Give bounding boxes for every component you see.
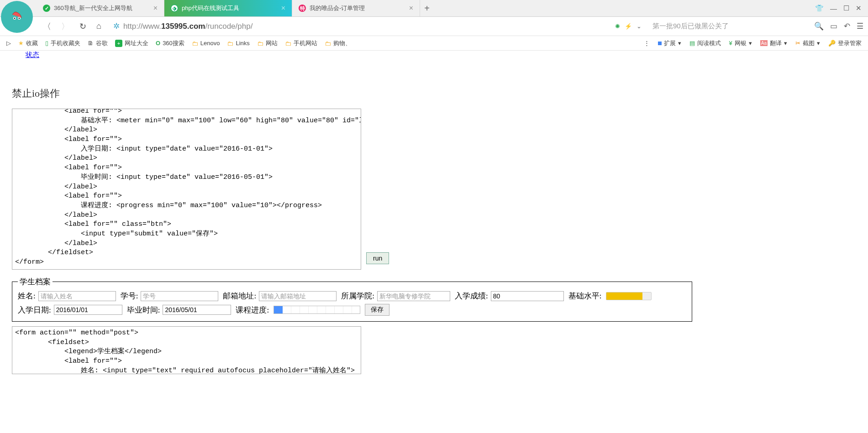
run-button[interactable]: run bbox=[366, 252, 389, 264]
bank-icon: ¥ bbox=[729, 40, 732, 47]
menu-icon[interactable]: ☰ bbox=[857, 21, 863, 31]
screenshot-button[interactable]: ✂截图 ▾ bbox=[793, 38, 823, 48]
forward-icon[interactable]: 〉 bbox=[59, 19, 71, 34]
bm-lenovo[interactable]: 🗀Lenovo bbox=[189, 39, 223, 48]
aperture-icon[interactable]: ✺ bbox=[615, 23, 620, 30]
svg-point-3 bbox=[14, 18, 16, 19]
read-mode-button[interactable]: ▤阅读模式 bbox=[687, 38, 724, 48]
doc-icon: 🗎 bbox=[88, 40, 94, 47]
tab-bar: ✓ 360导航_新一代安全上网导航 × ⬗ php代码在线测试工具 × 特 我的… bbox=[0, 0, 868, 17]
tab-label: php代码在线测试工具 bbox=[182, 4, 239, 12]
email-field: 邮箱地址: bbox=[223, 291, 337, 301]
date1-field: 入学日期: bbox=[18, 305, 122, 315]
date1-input[interactable] bbox=[54, 305, 122, 315]
tab-label: 我的唯品会-订单管理 bbox=[310, 4, 365, 12]
folder-icon: 🗀 bbox=[227, 40, 233, 47]
tab-icon-te: 特 bbox=[299, 5, 306, 12]
address-bar: 〈 〉 ↻ ⌂ ✲ http://www.135995.com/runcode/… bbox=[0, 17, 868, 36]
bm-google[interactable]: 🗎谷歌 bbox=[85, 38, 110, 48]
bm-separator: ⋮ bbox=[641, 39, 652, 47]
svg-point-0 bbox=[6, 6, 28, 28]
key-icon: 🔑 bbox=[828, 40, 836, 47]
page-heading: 禁止io操作 bbox=[12, 87, 856, 100]
ext-button[interactable]: 扩展 ▾ bbox=[655, 38, 684, 48]
star-icon: ★ bbox=[18, 40, 24, 47]
save-button[interactable]: 保存 bbox=[365, 304, 389, 316]
code-output-bottom[interactable]: <form action="" method="post"> <fieldset… bbox=[12, 326, 361, 374]
bm-mobile[interactable]: ▯手机收藏夹 bbox=[42, 38, 83, 48]
close-icon[interactable]: × bbox=[281, 4, 285, 12]
level-field: 基础水平: bbox=[568, 291, 602, 301]
score-field: 入学成绩: bbox=[455, 291, 564, 301]
svg-point-4 bbox=[19, 18, 20, 19]
id-input[interactable] bbox=[141, 291, 218, 301]
translate-icon: Aa bbox=[760, 40, 768, 46]
minimize-icon[interactable]: — bbox=[830, 5, 837, 12]
back-icon[interactable]: 〈 bbox=[41, 19, 53, 34]
code-editor-top[interactable] bbox=[12, 109, 361, 270]
login-manager-button[interactable]: 🔑登录管家 bbox=[826, 38, 864, 48]
folder-icon: 🗀 bbox=[257, 40, 263, 47]
folder-icon: 🗀 bbox=[285, 40, 291, 47]
search-hint[interactable]: 第一批90后已做黑公关了 bbox=[648, 22, 808, 31]
bm-favorites[interactable]: ★收藏 bbox=[16, 38, 41, 48]
o-icon: O bbox=[156, 40, 160, 47]
tab-label: 360导航_新一代安全上网导航 bbox=[54, 4, 132, 12]
chevron-down-icon[interactable]: ⌄ bbox=[637, 23, 642, 30]
undo-icon[interactable]: ↶ bbox=[844, 21, 850, 31]
tab-icon-360: ✓ bbox=[43, 5, 50, 12]
date2-field: 毕业时间: bbox=[127, 305, 231, 315]
student-fieldset: 学生档案 姓名: 学号: 邮箱地址: 所属学院: 入学成绩: 基础水平: 入学日… bbox=[12, 276, 692, 322]
id-field: 学号: bbox=[121, 291, 219, 301]
bank-button[interactable]: ¥网银 ▾ bbox=[726, 38, 755, 48]
new-tab-button[interactable]: + bbox=[420, 0, 434, 16]
tab-php-runcode[interactable]: ⬗ php代码在线测试工具 × bbox=[164, 0, 292, 16]
college-field: 所属学院: bbox=[341, 291, 450, 301]
book-icon: ▤ bbox=[689, 40, 695, 47]
url-input[interactable]: ✲ http://www.135995.com/runcode/php/ bbox=[110, 20, 609, 33]
browser-avatar[interactable] bbox=[1, 1, 33, 33]
bm-websites[interactable]: 🗀网站 bbox=[254, 38, 280, 48]
page-content: 状态 禁止io操作 run 学生档案 姓名: 学号: 邮箱地址: 所属学院: 入… bbox=[0, 51, 868, 433]
screenshot-icon: ✂ bbox=[795, 40, 800, 47]
window-controls: 👕 — ☐ ✕ bbox=[809, 0, 868, 16]
site-icon: ✲ bbox=[113, 21, 120, 31]
progress-field: 课程进度: bbox=[236, 305, 269, 315]
close-icon[interactable]: × bbox=[153, 4, 158, 12]
search-icon[interactable]: 🔍 bbox=[814, 21, 824, 31]
bm-shopping[interactable]: 🗀购物、 bbox=[322, 38, 354, 48]
score-input[interactable] bbox=[491, 291, 564, 301]
close-window-icon[interactable]: ✕ bbox=[856, 4, 862, 12]
fieldset-legend: 学生档案 bbox=[18, 276, 53, 287]
bookmark-bar: ▷ ★收藏 ▯手机收藏夹 🗎谷歌 +网址大全 O360搜索 🗀Lenovo 🗀L… bbox=[0, 36, 868, 51]
close-icon[interactable]: × bbox=[409, 4, 413, 12]
folder-icon: 🗀 bbox=[325, 40, 331, 47]
maximize-icon[interactable]: ☐ bbox=[843, 4, 849, 12]
folder-icon: 🗀 bbox=[192, 40, 198, 47]
phone-icon: ▯ bbox=[45, 40, 48, 47]
tab-360nav[interactable]: ✓ 360导航_新一代安全上网导航 × bbox=[37, 0, 164, 16]
college-input[interactable] bbox=[377, 291, 450, 301]
ext-icon bbox=[658, 40, 662, 47]
date2-input[interactable] bbox=[163, 305, 231, 315]
wardrobe-icon[interactable]: 👕 bbox=[815, 4, 824, 12]
translate-button[interactable]: Aa翻译 ▾ bbox=[758, 38, 790, 48]
home-icon[interactable]: ⌂ bbox=[95, 20, 103, 33]
tab-vipshop[interactable]: 特 我的唯品会-订单管理 × bbox=[292, 0, 420, 16]
progress-bar bbox=[274, 306, 360, 314]
bm-sites[interactable]: +网址大全 bbox=[112, 38, 151, 48]
email-input[interactable] bbox=[259, 291, 337, 301]
bm-mobile-sites[interactable]: 🗀手机网站 bbox=[282, 38, 320, 48]
flash-icon[interactable]: ⚡ bbox=[625, 23, 632, 30]
reload-icon[interactable]: ↻ bbox=[78, 20, 88, 33]
level-meter bbox=[606, 292, 652, 300]
plus-icon: + bbox=[115, 40, 122, 47]
bm-links[interactable]: 🗀Links bbox=[224, 39, 252, 48]
bm-360search[interactable]: O360搜索 bbox=[153, 38, 187, 48]
name-field: 姓名: bbox=[18, 291, 116, 301]
expand-icon[interactable]: ▷ bbox=[4, 39, 14, 47]
tab-icon-php: ⬗ bbox=[171, 5, 178, 12]
mobile-icon[interactable]: ▭ bbox=[830, 21, 837, 31]
name-input[interactable] bbox=[38, 291, 116, 301]
status-link[interactable]: 状态 bbox=[26, 51, 39, 58]
